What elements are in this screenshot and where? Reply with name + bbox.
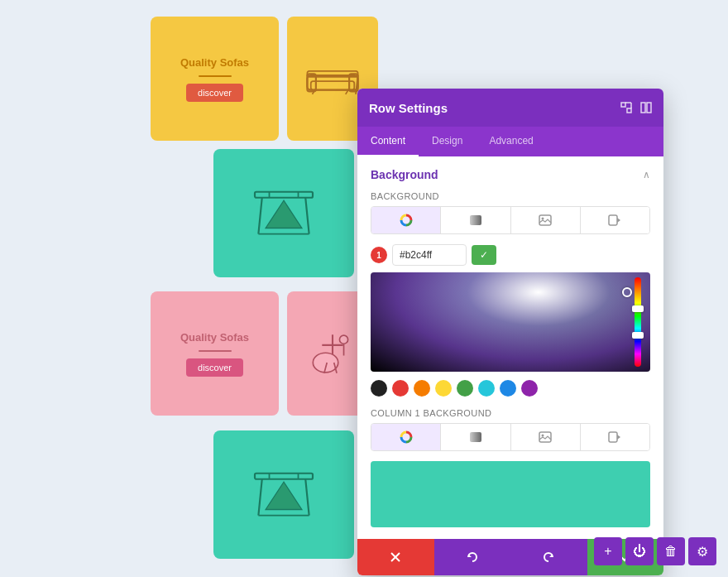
col1-gradient-icon	[469, 431, 482, 443]
col1-bg-type-color[interactable]	[371, 424, 441, 450]
hue-handle-top[interactable]	[632, 305, 644, 312]
svg-line-23	[258, 478, 261, 515]
col1-color-wheel-icon	[400, 430, 413, 444]
gear-icon: ⚙	[697, 544, 708, 560]
bg-type-color[interactable]	[371, 207, 441, 233]
svg-rect-43	[539, 432, 551, 442]
svg-rect-22	[255, 473, 313, 478]
card-pink-left: Quality Sofas discover	[151, 291, 279, 416]
svg-rect-42	[470, 432, 481, 442]
panel-body: Background ∧ Background	[357, 156, 663, 539]
bottom-toolbar: + ⏻ 🗑 ⚙	[594, 537, 716, 565]
card-title-1: Quality Sofas	[180, 56, 249, 69]
power-icon: ⏻	[633, 544, 646, 559]
color-wheel-icon	[400, 214, 413, 227]
sofa-icon	[304, 60, 362, 98]
power-button[interactable]: ⏻	[625, 537, 654, 565]
col1-video-icon	[608, 431, 621, 443]
svg-marker-46	[617, 435, 620, 440]
bg-type-row	[371, 206, 650, 234]
svg-rect-34	[647, 103, 651, 113]
panel-expand-button[interactable]	[620, 102, 632, 113]
col1-image-icon	[539, 431, 552, 443]
gradient-icon	[469, 214, 482, 226]
tab-design[interactable]: Design	[419, 127, 476, 156]
reset-button[interactable]	[434, 539, 511, 575]
gear-button[interactable]: ⚙	[688, 537, 716, 565]
card-title-3: Quality Sofas	[180, 331, 249, 344]
svg-rect-8	[255, 191, 313, 197]
svg-rect-39	[609, 215, 617, 225]
svg-rect-36	[470, 215, 481, 225]
background-field-label: Background	[371, 191, 650, 201]
columns-icon	[640, 102, 652, 113]
color-picker-area: 1 ✓	[371, 244, 650, 397]
svg-point-20	[339, 335, 347, 344]
col1-bg-type-row	[371, 423, 650, 451]
svg-line-10	[305, 197, 309, 233]
add-button[interactable]: +	[594, 537, 622, 565]
svg-line-9	[258, 197, 261, 233]
settings-panel: Row Settings Content Design Advanced	[357, 89, 663, 575]
desk-icon	[304, 331, 362, 377]
panel-tabs: Content Design Advanced	[357, 127, 663, 156]
card-row-1: Quality Sofas discover	[151, 17, 378, 141]
card-yellow-left: Quality Sofas discover	[151, 17, 279, 141]
panel-columns-button[interactable]	[640, 102, 652, 113]
swatch-blue[interactable]	[500, 380, 516, 397]
hue-handle-bottom[interactable]	[632, 332, 644, 339]
color-swatches	[371, 380, 650, 397]
video-icon	[608, 214, 621, 226]
svg-marker-25	[266, 482, 302, 509]
gradient-canvas[interactable]	[371, 272, 650, 372]
image-icon	[539, 214, 552, 226]
swatch-orange[interactable]	[414, 380, 430, 397]
color-hex-input[interactable]	[392, 244, 467, 266]
swatch-red[interactable]	[392, 380, 409, 397]
hue-slider-container	[632, 277, 644, 367]
picker-handle[interactable]	[622, 287, 632, 297]
swatch-purple[interactable]	[521, 380, 538, 397]
table-icon-2	[251, 466, 317, 524]
redo-button[interactable]	[510, 539, 587, 575]
swatch-teal[interactable]	[478, 380, 495, 397]
expand-icon	[620, 102, 632, 113]
trash-button[interactable]: 🗑	[657, 537, 685, 565]
background-section-header: Background ∧	[371, 168, 650, 181]
hue-slider[interactable]	[635, 277, 641, 367]
add-icon: +	[604, 544, 611, 559]
panel-header: Row Settings	[357, 89, 663, 127]
card-teal2-left	[213, 430, 354, 559]
tab-advanced[interactable]: Advanced	[476, 127, 546, 156]
card-teal-left	[213, 149, 354, 277]
svg-marker-11	[266, 200, 302, 228]
svg-rect-37	[539, 215, 551, 225]
swatch-black[interactable]	[371, 380, 387, 397]
bg-type-gradient[interactable]	[441, 207, 510, 233]
discover-button-3[interactable]: discover	[186, 358, 243, 377]
color-confirm-button[interactable]: ✓	[472, 245, 496, 265]
redo-icon	[542, 551, 555, 564]
svg-rect-33	[641, 103, 645, 113]
svg-rect-1	[311, 81, 355, 90]
card-row-3: Quality Sofas discover	[151, 291, 378, 416]
color-input-row: 1 ✓	[371, 244, 650, 266]
background-section-title: Background	[371, 168, 438, 181]
collapse-icon[interactable]: ∧	[643, 169, 650, 180]
bg-type-video[interactable]	[581, 207, 649, 233]
col1-bg-type-image[interactable]	[511, 424, 581, 450]
swatch-green[interactable]	[457, 380, 473, 397]
svg-rect-45	[609, 432, 617, 442]
svg-line-24	[305, 478, 309, 515]
cancel-button[interactable]	[357, 539, 434, 575]
discover-button-1[interactable]: discover	[186, 84, 243, 102]
table-icon-1	[251, 185, 317, 243]
col1-bg-type-video[interactable]	[581, 424, 649, 450]
card-divider-3	[199, 350, 232, 352]
swatch-yellow[interactable]	[435, 380, 452, 397]
tab-content[interactable]: Content	[357, 127, 419, 156]
col1-field-label: Column 1 Background	[371, 408, 650, 418]
reset-icon	[466, 551, 479, 564]
col1-bg-type-gradient[interactable]	[441, 424, 510, 450]
bg-type-image[interactable]	[511, 207, 581, 233]
